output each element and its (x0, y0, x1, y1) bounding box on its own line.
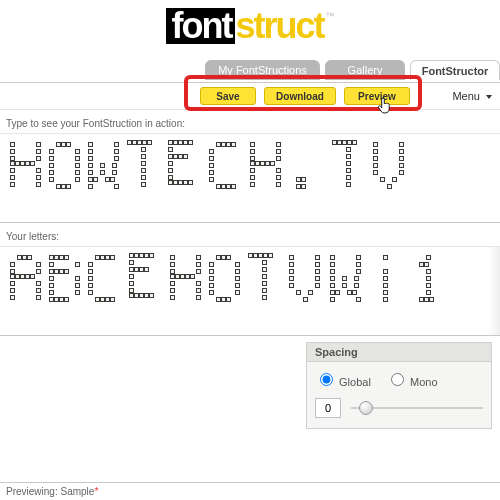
spacing-title: Spacing (307, 343, 491, 362)
logo-first: font (172, 5, 232, 46)
logo-tm: ™ (326, 12, 335, 21)
spacing-slider[interactable] (351, 407, 483, 409)
letters-area[interactable] (0, 246, 500, 336)
logo-second: struct (235, 8, 323, 44)
letters-set (10, 253, 490, 302)
tab-strip: My FontStructions Gallery FontStructor (0, 60, 500, 82)
spacing-global-option[interactable]: Global (315, 376, 374, 388)
menu-label: Menu (452, 90, 480, 102)
footer-strip: Previewing: Sample* (0, 482, 500, 500)
preview-text (10, 140, 490, 189)
tab-fontstructor[interactable]: FontStructor (410, 60, 500, 80)
footer-previewing-label: Previewing: (6, 486, 58, 497)
preview-area[interactable] (0, 133, 500, 223)
spacing-value-input[interactable] (315, 398, 341, 418)
download-button[interactable]: Download (264, 87, 336, 105)
scroll-fade (488, 247, 500, 335)
cursor-hand-icon (378, 97, 394, 115)
action-bar: Save Download Preview Menu (0, 82, 500, 110)
spacing-slider-knob[interactable] (359, 401, 373, 415)
spacing-global-label: Global (339, 376, 371, 388)
save-button[interactable]: Save (200, 87, 256, 105)
preview-label: Type to see your FontStruction in action… (0, 110, 500, 133)
fontstruct-logo: fontstruct™ (166, 8, 335, 44)
preview-button[interactable]: Preview (344, 87, 410, 105)
menu-dropdown[interactable]: Menu (452, 87, 492, 105)
footer-sample[interactable]: Sample (60, 486, 94, 497)
letters-label: Your letters: (0, 223, 500, 246)
chevron-down-icon (486, 95, 492, 99)
spacing-mono-option[interactable]: Mono (386, 376, 438, 388)
spacing-mono-label: Mono (410, 376, 438, 388)
tab-my-fontstructions[interactable]: My FontStructions (205, 60, 320, 80)
footer-asterisk: * (94, 486, 98, 497)
tab-gallery[interactable]: Gallery (325, 60, 405, 80)
spacing-global-radio[interactable] (320, 373, 333, 386)
spacing-panel: Spacing Global Mono (306, 342, 492, 429)
spacing-mono-radio[interactable] (391, 373, 404, 386)
